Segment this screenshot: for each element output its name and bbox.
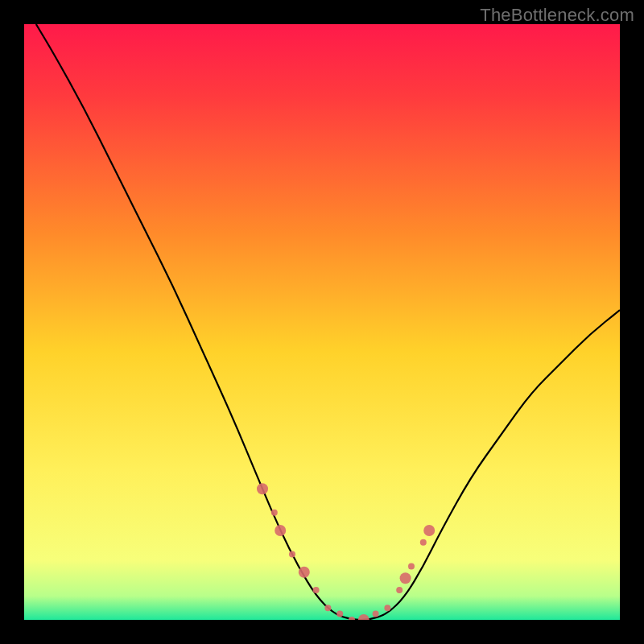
marker-point <box>373 611 379 617</box>
marker-point <box>275 525 286 536</box>
marker-point <box>384 605 390 611</box>
marker-point <box>289 551 295 558</box>
marker-point <box>336 611 343 617</box>
chart-svg <box>24 24 620 620</box>
gradient-background <box>24 24 620 620</box>
marker-point <box>313 587 320 593</box>
marker-point <box>400 572 411 584</box>
watermark-text: TheBottleneck.com <box>480 5 634 26</box>
marker-point <box>420 539 427 546</box>
marker-point <box>271 510 278 516</box>
marker-point <box>423 525 435 536</box>
plot-area <box>24 24 620 620</box>
marker-point <box>396 587 402 593</box>
marker-point <box>257 483 268 494</box>
chart-container: TheBottleneck.com <box>0 0 644 644</box>
marker-point <box>299 567 310 578</box>
marker-point <box>408 563 415 569</box>
marker-point <box>324 605 331 611</box>
